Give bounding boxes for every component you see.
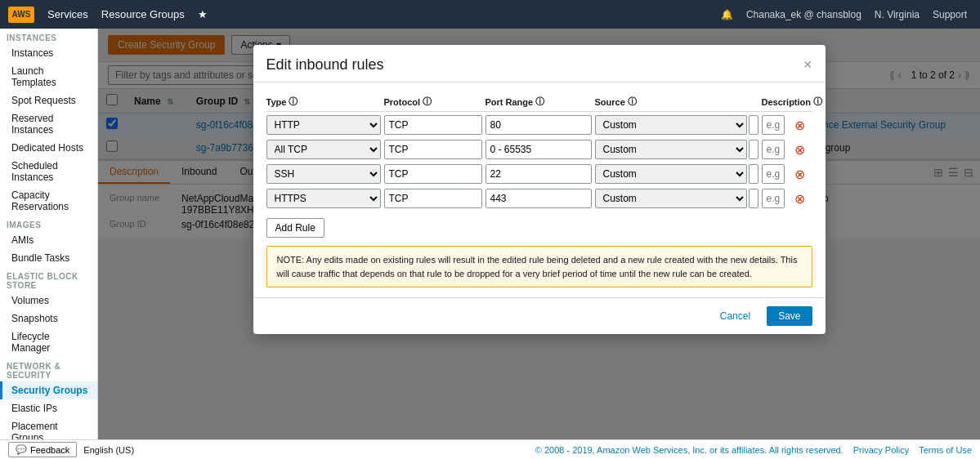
rule-4-remove-button[interactable]: ⊗ [788, 191, 812, 207]
rule-2-protocol-input[interactable] [384, 140, 482, 159]
edit-inbound-rules-modal: Edit inbound rules × Type ⓘ Protocol ⓘ P… [253, 45, 826, 334]
favorites-icon[interactable]: ★ [191, 8, 214, 20]
nav-right: 🔔 Chanaka_ek @ chansblog N. Virginia Sup… [716, 9, 972, 20]
rule-1-description-input[interactable] [762, 115, 785, 135]
rule-4-description-input[interactable] [762, 189, 785, 208]
add-rule-button[interactable]: Add Rule [266, 218, 324, 238]
rule-3-port-input[interactable] [486, 164, 592, 184]
sidebar-item-elastic-ips[interactable]: Elastic IPs [0, 399, 97, 417]
footer-copyright: © 2008 - 2019, Amazon Web Services, Inc.… [535, 445, 844, 455]
modal-body: Type ⓘ Protocol ⓘ Port Range ⓘ Source ⓘ … [253, 82, 826, 297]
sidebar-item-reserved-instances[interactable]: Reserved Instances [0, 109, 97, 139]
top-nav: AWS Services Resource Groups ★ 🔔 Chanaka… [0, 0, 980, 29]
sidebar-item-security-groups[interactable]: Security Groups [0, 381, 97, 399]
content-area: Create Security Group Actions ▾ ? ⟪ ‹ 1 … [98, 29, 980, 459]
modal-title: Edit inbound rules [266, 56, 384, 74]
sidebar-item-scheduled-instances[interactable]: Scheduled Instances [0, 157, 97, 186]
save-button[interactable]: Save [767, 306, 812, 326]
rule-3-type-select[interactable]: SSH [266, 164, 381, 184]
sidebar-item-spot-requests[interactable]: Spot Requests [0, 91, 97, 109]
feedback-icon: 💬 [16, 444, 27, 455]
modal-note: NOTE: Any edits made on existing rules w… [266, 246, 812, 287]
rules-col-source: Source ⓘ [595, 96, 758, 108]
aws-logo: AWS [8, 7, 34, 23]
footer-privacy-link[interactable]: Privacy Policy [853, 445, 909, 455]
sidebar-section-images: IMAGES [0, 216, 97, 231]
rules-col-protocol: Protocol ⓘ [384, 96, 482, 108]
sidebar-section-instances: INSTANCES [0, 29, 97, 44]
modal-header: Edit inbound rules × [253, 45, 826, 82]
rule-4-source-type-select[interactable]: Custom [595, 189, 747, 208]
feedback-button[interactable]: 💬 Feedback [8, 442, 77, 457]
rule-2-source-value-input[interactable] [749, 140, 758, 159]
rule-3-source-value-input[interactable] [749, 164, 758, 184]
bottom-bar: 💬 Feedback English (US) © 2008 - 2019, A… [0, 439, 980, 459]
sidebar-item-bundle-tasks[interactable]: Bundle Tasks [0, 249, 97, 267]
sidebar: INSTANCES Instances Launch Templates Spo… [0, 29, 98, 459]
resource-groups-nav[interactable]: Resource Groups [95, 8, 191, 20]
rule-4-type-select[interactable]: HTTPS [266, 189, 381, 208]
rule-2-type-select[interactable]: All TCP [266, 140, 381, 159]
feedback-label: Feedback [30, 445, 69, 455]
rule-1-source-value-input[interactable] [749, 115, 758, 135]
rule-4-source-value-input[interactable] [749, 189, 758, 208]
footer-language[interactable]: English (US) [83, 445, 134, 455]
rule-2-description-input[interactable] [762, 140, 785, 159]
rule-1-source-type-select[interactable]: Custom [595, 115, 747, 135]
rule-row-3: SSH Custom ⊗ [266, 164, 812, 184]
support-menu[interactable]: Support [928, 9, 972, 20]
modal-close-button[interactable]: × [803, 56, 812, 74]
footer-left: 💬 Feedback English (US) [8, 442, 134, 457]
rules-col-port-range: Port Range ⓘ [486, 96, 592, 108]
sidebar-item-instances[interactable]: Instances [0, 44, 97, 62]
rules-col-type: Type ⓘ [266, 96, 381, 108]
rule-3-remove-button[interactable]: ⊗ [788, 167, 812, 182]
rule-3-protocol-input[interactable] [384, 164, 482, 184]
sidebar-item-capacity-reservations[interactable]: Capacity Reservations [0, 186, 97, 216]
main-layout: INSTANCES Instances Launch Templates Spo… [0, 29, 980, 459]
rules-column-headers: Type ⓘ Protocol ⓘ Port Range ⓘ Source ⓘ … [266, 92, 812, 112]
rule-row-4: HTTPS Custom ⊗ [266, 189, 812, 208]
sidebar-item-lifecycle-manager[interactable]: Lifecycle Manager [0, 328, 97, 357]
rule-3-source-type-select[interactable]: Custom [595, 164, 747, 184]
modal-overlay: Edit inbound rules × Type ⓘ Protocol ⓘ P… [98, 29, 980, 459]
sidebar-item-amis[interactable]: AMIs [0, 231, 97, 249]
rule-1-remove-button[interactable]: ⊗ [788, 118, 812, 133]
rule-4-protocol-input[interactable] [384, 189, 482, 208]
sidebar-section-ebs: ELASTIC BLOCK STORE [0, 267, 97, 292]
rule-2-remove-button[interactable]: ⊗ [788, 142, 812, 158]
sidebar-item-launch-templates[interactable]: Launch Templates [0, 62, 97, 91]
rule-row-1: HTTP Custom ⊗ [266, 115, 812, 135]
user-menu[interactable]: Chanaka_ek @ chansblog [741, 9, 866, 20]
rule-2-source-type-select[interactable]: Custom [595, 140, 747, 159]
rule-row-2: All TCP Custom ⊗ [266, 140, 812, 159]
cancel-button[interactable]: Cancel [710, 306, 760, 326]
sidebar-item-volumes[interactable]: Volumes [0, 292, 97, 310]
footer-right: © 2008 - 2019, Amazon Web Services, Inc.… [535, 445, 972, 455]
sidebar-section-network: NETWORK & SECURITY [0, 357, 97, 381]
modal-footer: Cancel Save [253, 297, 826, 334]
notifications-icon[interactable]: 🔔 [716, 9, 738, 20]
rule-1-type-select[interactable]: HTTP [266, 115, 381, 135]
rule-2-port-input[interactable] [486, 140, 592, 159]
sidebar-item-snapshots[interactable]: Snapshots [0, 310, 97, 328]
region-menu[interactable]: N. Virginia [870, 9, 924, 20]
rule-1-protocol-input[interactable] [384, 115, 482, 135]
rules-col-description: Description ⓘ [762, 96, 823, 108]
services-nav[interactable]: Services [41, 8, 95, 20]
sidebar-item-dedicated-hosts[interactable]: Dedicated Hosts [0, 139, 97, 157]
footer-terms-link[interactable]: Terms of Use [919, 445, 972, 455]
rule-4-port-input[interactable] [486, 189, 592, 208]
rule-3-description-input[interactable] [762, 164, 785, 184]
rule-1-port-input[interactable] [486, 115, 592, 135]
